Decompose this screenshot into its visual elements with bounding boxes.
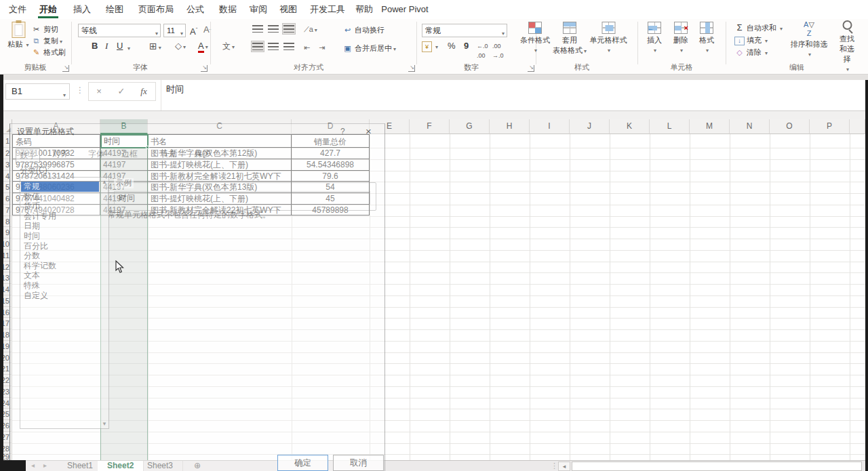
comma-style-button[interactable]: 9 (464, 41, 469, 51)
accounting-format-button[interactable]: ¥▾ (422, 41, 438, 52)
ribbon-tab-5[interactable]: 页面布局 (138, 0, 174, 19)
merge-center-button[interactable]: ▣合并后居中▾ (342, 43, 396, 54)
bold-button[interactable]: B (92, 41, 98, 51)
column-header-L[interactable]: L (650, 119, 690, 134)
borders-button[interactable]: ⊞▾ (149, 41, 161, 53)
ribbon-tab-6[interactable]: 公式 (186, 0, 204, 19)
decrease-decimal-button[interactable]: .00→.0 (492, 41, 504, 60)
align-middle-button[interactable] (267, 23, 280, 35)
column-header-F[interactable]: F (410, 119, 450, 134)
underline-dropdown-icon[interactable]: ▾ (126, 43, 130, 54)
column-header-H[interactable]: H (490, 119, 530, 134)
dialog-help-icon[interactable]: ? (340, 127, 345, 136)
font-size-combo[interactable]: 11▾ (163, 24, 186, 37)
format-painter-button[interactable]: ✎格式刷 (31, 47, 66, 57)
increase-decimal-button[interactable]: ←.0.00 (477, 41, 488, 60)
column-header-I[interactable]: I (530, 119, 570, 134)
autosum-button[interactable]: Σ自动求和 ▾ (734, 23, 783, 34)
font-dialog-launcher[interactable]: ↘ (201, 65, 208, 72)
name-box-dropdown-icon[interactable]: ▾ (63, 88, 66, 103)
category-item-自定义[interactable]: 自定义 (21, 291, 99, 301)
category-item-日期[interactable]: 日期 (21, 221, 99, 231)
decrease-indent-button[interactable]: ⇤ (304, 43, 310, 52)
increase-indent-button[interactable]: ⇥ (319, 43, 325, 52)
cancel-entry-icon[interactable]: × (89, 83, 109, 100)
ribbon-tab-1[interactable]: 文件 (9, 0, 26, 19)
ribbon-tab-8[interactable]: 审阅 (250, 0, 267, 19)
dialog-tab-填充[interactable]: 填充 (160, 148, 176, 160)
underline-button[interactable]: U (117, 41, 123, 51)
dialog-tab-保护[interactable]: 保护 (195, 148, 211, 160)
cell-styles-button[interactable]: 单元格样式▾ (590, 22, 627, 54)
ribbon-tab-4[interactable]: 绘图 (106, 0, 123, 19)
sort-filter-button[interactable]: A▽Z 排序和筛选▾ (791, 20, 828, 58)
dialog-tab-数字[interactable]: 数字 (16, 148, 40, 163)
clipboard-dialog-launcher[interactable]: ↘ (62, 65, 69, 72)
ribbon-tab-9[interactable]: 视图 (279, 0, 297, 19)
increase-font-button[interactable]: Aˆ (190, 25, 197, 37)
category-listbox[interactable]: ▲ ▼ 常规数值货币会计专用日期时间百分比分数科学记数文本特殊自定义 (20, 177, 109, 429)
format-as-table-button[interactable]: 套用表格格式▾ (553, 22, 587, 56)
dialog-tab-字体[interactable]: 字体 (88, 148, 104, 160)
category-item-百分比[interactable]: 百分比 (21, 241, 99, 251)
column-header-N[interactable]: N (730, 119, 770, 134)
category-item-科学记数[interactable]: 科学记数 (21, 261, 99, 271)
category-item-时间[interactable]: 时间 (21, 231, 99, 241)
column-header-partial[interactable] (850, 119, 865, 134)
orientation-button[interactable]: ⟋a▾ (304, 24, 317, 35)
fill-button[interactable]: ↓填充 ▾ (734, 35, 768, 46)
paste-dropdown-icon[interactable]: ▾ (26, 42, 29, 48)
italic-button[interactable]: I (105, 41, 108, 51)
formula-bar-grip[interactable]: ⋮ (76, 85, 84, 95)
clear-button[interactable]: ◇清除 ▾ (734, 47, 768, 58)
fill-color-button[interactable]: ◇▾ (175, 41, 186, 52)
column-header-G[interactable]: G (450, 119, 490, 134)
font-color-button[interactable]: A▾ (198, 41, 208, 52)
category-item-数值[interactable]: 数值 (21, 192, 99, 202)
column-header-P[interactable]: P (810, 119, 850, 134)
ribbon-tab-11[interactable]: 帮助 (355, 0, 373, 19)
column-header-J[interactable]: J (570, 119, 610, 134)
format-cells-button[interactable]: 格式▾ (699, 22, 714, 54)
percent-style-button[interactable]: % (448, 41, 456, 51)
number-dialog-launcher[interactable]: ↘ (528, 65, 534, 72)
font-name-combo[interactable]: 等线▾ (78, 24, 161, 37)
align-top-button[interactable] (251, 23, 264, 35)
ribbon-tab-7[interactable]: 数据 (219, 0, 237, 19)
formula-input[interactable]: 时间 (161, 80, 865, 110)
column-header-O[interactable]: O (770, 119, 810, 134)
number-format-combo[interactable]: 常规▾ (422, 24, 507, 37)
column-header-M[interactable]: M (690, 119, 730, 134)
hscroll-left-icon[interactable]: ◂ (558, 462, 570, 471)
alignment-dialog-launcher[interactable]: ↘ (408, 65, 415, 72)
align-bottom-button[interactable] (282, 23, 296, 35)
ribbon-tab-2[interactable]: 开始 (39, 0, 57, 19)
hscroll-thumb[interactable] (572, 462, 862, 471)
copy-button[interactable]: ⧉复制▾ (31, 36, 62, 47)
ok-button[interactable]: 确定 (277, 455, 328, 471)
cut-button[interactable]: ✂剪切 (31, 24, 58, 34)
cancel-button[interactable]: 取消 (333, 455, 384, 471)
insert-function-icon[interactable]: fx (134, 83, 154, 100)
category-item-会计专用[interactable]: 会计专用 (21, 211, 99, 222)
category-item-货币[interactable]: 货币 (21, 201, 99, 211)
ribbon-tab-3[interactable]: 插入 (73, 0, 91, 19)
category-item-文本[interactable]: 文本 (21, 270, 99, 281)
insert-cells-button[interactable]: ← 插入▾ (647, 22, 662, 54)
ribbon-tab-12[interactable]: Power Pivot (381, 0, 428, 19)
dialog-tab-对齐[interactable]: 对齐 (52, 148, 68, 160)
category-item-特殊[interactable]: 特殊 (21, 281, 99, 291)
category-item-分数[interactable]: 分数 (21, 251, 99, 261)
align-center-button[interactable] (267, 41, 280, 52)
dialog-close-icon[interactable]: × (366, 125, 372, 137)
list-scroll-up-icon[interactable]: ▲ (102, 179, 107, 185)
wrap-text-button[interactable]: ↩自动换行 (342, 25, 384, 35)
scrollbar-splitter[interactable]: ⋮ (551, 462, 558, 470)
paste-button[interactable]: 粘贴 ▾ (7, 22, 28, 49)
name-box[interactable]: B1▾ (5, 83, 70, 100)
find-select-button[interactable]: 查找和选择▾ (837, 20, 858, 73)
delete-cells-button[interactable]: × 删除▾ (673, 22, 688, 54)
align-right-button[interactable] (282, 41, 296, 52)
align-left-button[interactable] (251, 41, 264, 52)
conditional-format-button[interactable]: 条件格式▾ (520, 22, 550, 54)
